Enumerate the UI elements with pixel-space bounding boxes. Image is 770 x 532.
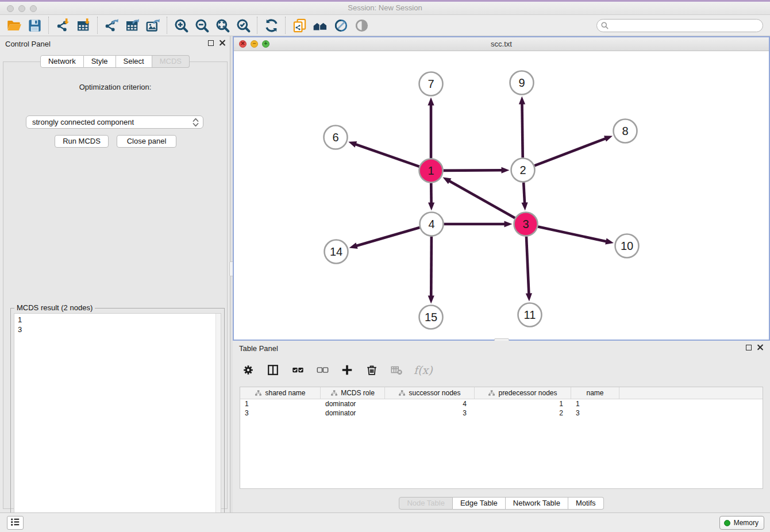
save-session-button[interactable] xyxy=(24,17,45,34)
toolbar-group xyxy=(167,17,257,34)
create-column-button[interactable] xyxy=(340,363,355,377)
node-10[interactable]: 10 xyxy=(615,234,639,258)
search-input[interactable] xyxy=(596,19,763,32)
node-11[interactable]: 11 xyxy=(518,303,542,327)
cell-shared-name[interactable]: 3 xyxy=(240,408,321,418)
table-row[interactable]: 3dominator323 xyxy=(240,408,763,418)
clone-network-icon xyxy=(292,18,307,33)
tab-mcds[interactable]: MCDS xyxy=(152,55,190,68)
edge-4-15[interactable] xyxy=(428,236,434,303)
optimization-criterion-select[interactable]: strongly connected component xyxy=(26,115,203,129)
function-builder-icon: f(x) xyxy=(414,364,433,376)
edge-2-8[interactable] xyxy=(534,136,613,165)
zoom-fit-button[interactable] xyxy=(212,17,233,34)
result-scrollbar[interactable] xyxy=(215,314,221,523)
task-history-button[interactable] xyxy=(7,516,24,530)
export-image-button[interactable] xyxy=(143,17,163,34)
float-table-panel-icon[interactable] xyxy=(746,345,752,350)
hide-details-button[interactable] xyxy=(330,17,351,34)
table-row[interactable]: 1dominator411 xyxy=(240,399,763,408)
edge-1-4[interactable] xyxy=(428,183,434,210)
column-header-MCDS-role[interactable]: MCDS role xyxy=(321,387,385,399)
function-builder-button: f(x) xyxy=(414,363,433,377)
node-table[interactable]: shared nameMCDS rolesuccessor nodesprede… xyxy=(240,387,763,489)
zoom-in-button[interactable] xyxy=(171,17,191,34)
node-15[interactable]: 15 xyxy=(419,306,443,329)
cell-MCDS-role[interactable]: dominator xyxy=(321,399,385,408)
zoom-out-button[interactable] xyxy=(191,17,212,34)
node-9[interactable]: 9 xyxy=(510,71,534,95)
node-2[interactable]: 2 xyxy=(511,159,535,182)
zoom-fit-icon xyxy=(215,18,230,33)
close-panel-icon[interactable] xyxy=(219,40,225,46)
network-overview-button[interactable] xyxy=(310,17,330,34)
cell-name[interactable]: 1 xyxy=(571,399,619,408)
import-network-button[interactable] xyxy=(52,17,73,34)
network-window-title: scc.txt xyxy=(234,40,769,48)
edge-3-1[interactable] xyxy=(442,178,515,218)
edge-2-9[interactable] xyxy=(519,96,525,157)
cell-name[interactable]: 3 xyxy=(571,408,619,418)
mcds-result-groupbox: MCDS result (2 nodes) 1 3 xyxy=(10,308,225,527)
refresh-icon xyxy=(264,18,279,33)
show-columns-button[interactable] xyxy=(265,363,280,377)
clone-network-button[interactable] xyxy=(289,17,310,34)
close-table-panel-icon[interactable] xyxy=(757,344,763,350)
tab-motifs[interactable]: Motifs xyxy=(568,497,604,510)
delete-columns-button[interactable] xyxy=(364,363,379,377)
edge-1-2[interactable] xyxy=(443,167,509,174)
mcds-result-textarea[interactable]: 1 3 xyxy=(14,313,221,524)
network-graph[interactable]: 7968124314101511 xyxy=(234,51,769,340)
show-details-icon xyxy=(354,18,369,33)
column-tree-icon xyxy=(255,390,262,397)
close-panel-button[interactable]: Close panel xyxy=(117,135,176,148)
cell-shared-name[interactable]: 1 xyxy=(240,399,321,408)
edge-3-10[interactable] xyxy=(538,227,614,245)
select-all-columns-button[interactable] xyxy=(290,363,305,377)
tab-style[interactable]: Style xyxy=(84,55,116,68)
node-6[interactable]: 6 xyxy=(324,126,348,149)
node-4[interactable]: 4 xyxy=(420,213,444,236)
network-canvas[interactable]: 7968124314101511 xyxy=(234,51,769,340)
column-header-shared-name[interactable]: shared name xyxy=(240,387,321,399)
open-session-button[interactable] xyxy=(3,17,24,34)
tab-network-table[interactable]: Network Table xyxy=(506,497,568,510)
cell-predecessor-nodes[interactable]: 1 xyxy=(475,399,571,408)
import-table-button[interactable] xyxy=(73,17,94,34)
table-options-gear-button[interactable] xyxy=(241,363,256,377)
network-window-titlebar[interactable]: ✕ – + scc.txt xyxy=(234,37,769,51)
run-mcds-button[interactable]: Run MCDS xyxy=(55,135,109,148)
edge-4-14[interactable] xyxy=(349,228,420,249)
edge-2-3[interactable] xyxy=(521,182,528,210)
cell-MCDS-role[interactable]: dominator xyxy=(321,408,385,418)
refresh-button[interactable] xyxy=(261,17,282,34)
node-7[interactable]: 7 xyxy=(419,72,443,96)
unselect-all-columns-button[interactable] xyxy=(315,363,330,377)
search-container xyxy=(596,19,763,32)
cell-predecessor-nodes[interactable]: 2 xyxy=(475,408,571,418)
edge-1-7[interactable] xyxy=(428,98,434,159)
edge-1-6[interactable] xyxy=(348,141,419,167)
float-panel-icon[interactable] xyxy=(208,40,214,46)
edge-3-11[interactable] xyxy=(526,236,532,301)
memory-button[interactable]: Memory xyxy=(719,516,764,530)
node-14[interactable]: 14 xyxy=(325,240,348,264)
chevron-updown-icon xyxy=(192,117,199,128)
tab-node-table[interactable]: Node Table xyxy=(399,497,453,510)
cell-successor-nodes[interactable]: 3 xyxy=(385,408,475,418)
node-1[interactable]: 1 xyxy=(419,159,443,183)
node-8[interactable]: 8 xyxy=(614,119,637,143)
tab-select[interactable]: Select xyxy=(116,55,152,68)
cell-successor-nodes[interactable]: 4 xyxy=(385,399,475,408)
tab-network[interactable]: Network xyxy=(40,55,84,68)
zoom-selected-button[interactable] xyxy=(233,17,253,34)
export-network-button[interactable] xyxy=(101,17,122,34)
column-header-predecessor-nodes[interactable]: predecessor nodes xyxy=(475,387,571,399)
open-session-icon xyxy=(6,18,22,33)
edge-4-3[interactable] xyxy=(444,221,513,227)
export-table-button[interactable] xyxy=(122,17,143,34)
node-3[interactable]: 3 xyxy=(514,213,538,236)
tab-edge-table[interactable]: Edge Table xyxy=(453,497,506,510)
column-header-name[interactable]: name xyxy=(571,387,619,399)
column-header-successor-nodes[interactable]: successor nodes xyxy=(385,387,475,399)
